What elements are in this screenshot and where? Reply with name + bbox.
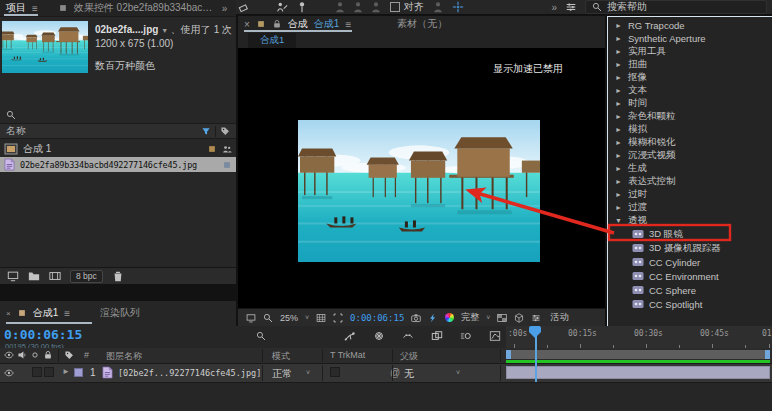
viewer-timecode[interactable]: 0:00:06:15 (350, 313, 404, 323)
fx-category[interactable]: ►表达式控制 (608, 175, 772, 188)
collapsed-triangle-icon[interactable]: ► (615, 113, 623, 120)
graph-editor-icon[interactable] (489, 330, 501, 342)
fx-category[interactable]: ►生成 (608, 162, 772, 175)
collapsed-triangle-icon[interactable]: ► (615, 204, 623, 211)
fx-category[interactable]: ►模拟 (608, 123, 772, 136)
label-tag-icon[interactable] (64, 350, 74, 360)
fx-category[interactable]: ►过时 (608, 188, 772, 201)
fx-category[interactable]: ►模糊和锐化 (608, 136, 772, 149)
mini-flowchart-icon[interactable] (344, 330, 356, 342)
expand-arrow-icon[interactable]: ► (62, 367, 70, 376)
collapsed-triangle-icon[interactable]: ► (615, 61, 623, 68)
fx-category[interactable]: ►RG Trapcode (608, 19, 772, 32)
fx-category[interactable]: ►扭曲 (608, 58, 772, 71)
audio-icon[interactable] (17, 350, 27, 360)
label-tag-icon[interactable] (220, 126, 230, 136)
project-item-composition[interactable]: 合成 1 (0, 141, 236, 156)
layer-name[interactable]: [02be2f...92277146cfe45.jpg] (118, 368, 261, 378)
lock-icon[interactable] (272, 19, 282, 29)
tab-overflow-icon[interactable]: » (222, 3, 228, 14)
fx-item[interactable]: 3D 摄像机跟踪器 (608, 241, 772, 255)
frame-blend-icon[interactable] (431, 330, 443, 342)
project-search[interactable] (0, 106, 236, 124)
blend-mode-select[interactable]: 正常 (272, 367, 292, 381)
eye-icon[interactable] (4, 350, 14, 360)
chevron-down-icon[interactable]: ▼ (161, 27, 168, 34)
align-toggle[interactable]: 对齐 (390, 0, 424, 14)
tab-footage[interactable]: 素材（无） (397, 17, 447, 31)
roto-brush-tool-icon[interactable] (276, 1, 288, 13)
fx-category[interactable]: ►杂色和颗粒 (608, 110, 772, 123)
shy-layers-icon[interactable] (402, 330, 414, 342)
timeline-search-icon[interactable] (256, 331, 266, 341)
fx-category[interactable]: ►Synthetic Aperture (608, 32, 772, 45)
new-folder-icon[interactable] (28, 270, 40, 282)
magnification-icon[interactable] (263, 313, 273, 323)
fx-item-3d-glasses[interactable]: 3D 眼镜 (608, 227, 772, 241)
fx-category-expanded[interactable]: ▼透视 (608, 214, 772, 227)
exposure-icon[interactable] (531, 313, 541, 323)
filter-funnel-icon[interactable] (201, 126, 211, 136)
expanded-triangle-icon[interactable]: ▼ (615, 217, 623, 224)
zoom-level[interactable]: 25% (280, 313, 298, 323)
playhead-handle[interactable] (529, 326, 541, 344)
collapsed-triangle-icon[interactable]: ► (615, 87, 623, 94)
chevron-down-icon[interactable]: ˅ (306, 369, 310, 376)
trkmat-toggle[interactable] (330, 367, 340, 377)
close-icon[interactable]: × (6, 309, 11, 318)
tab-render-queue[interactable]: 渲染队列 (100, 306, 140, 320)
eye-icon[interactable] (4, 368, 14, 378)
collapsed-triangle-icon[interactable]: ► (615, 100, 623, 107)
chevron-down-icon[interactable]: ˅ (486, 314, 490, 321)
layer-row[interactable]: ► 1 [02be2f...92277146cfe45.jpg] 正常 ˅ @ … (0, 364, 772, 383)
draft-3d-icon[interactable] (373, 330, 385, 342)
align-checkbox[interactable] (390, 2, 400, 12)
bit-depth-button[interactable]: 8 bpc (70, 270, 103, 283)
fx-category[interactable]: ►过渡 (608, 201, 772, 214)
mode-column-label[interactable]: 模式 (272, 350, 290, 363)
current-timecode[interactable]: 0:00:06:15 (4, 327, 82, 342)
chevron-down-icon[interactable]: ˅ (305, 314, 309, 321)
help-search-input[interactable]: 搜索帮助 (585, 0, 767, 14)
always-preview-icon[interactable] (246, 313, 256, 323)
parent-select[interactable]: 无 (404, 367, 414, 381)
resolution-select[interactable]: 完整 (461, 311, 479, 324)
interpret-footage-icon[interactable] (7, 270, 19, 282)
snapping-icon[interactable] (452, 1, 464, 13)
region-of-interest-icon[interactable] (333, 313, 343, 323)
collapsed-triangle-icon[interactable]: ► (615, 48, 623, 55)
label-color-icon[interactable] (222, 160, 232, 170)
fx-category[interactable]: ►实用工具 (608, 45, 772, 58)
project-column-header[interactable]: 名称 (0, 124, 236, 139)
tab-project[interactable]: 项目 (6, 1, 26, 15)
panel-menu-icon[interactable]: ≡ (32, 3, 38, 14)
snapshot-camera-icon[interactable] (411, 313, 421, 323)
toolbar-overflow-icon[interactable]: » (551, 2, 557, 13)
time-ruler[interactable]: :00s 00:15s 00:30s 00:45s 01:00s (506, 326, 772, 349)
chevron-down-icon[interactable]: ˅ (456, 369, 460, 376)
fx-item[interactable]: CC Spotlight (608, 297, 772, 311)
tab-effect-controls[interactable]: 效果控件 02be2fa89b334bacbd4 (74, 1, 216, 15)
viewer-stage[interactable]: 显示加速已禁用 (238, 48, 605, 308)
viewer-comp-name[interactable]: 合成1 (314, 17, 340, 31)
collapsed-triangle-icon[interactable]: ► (615, 178, 623, 185)
collapsed-triangle-icon[interactable]: ► (615, 35, 623, 42)
collapsed-triangle-icon[interactable]: ► (615, 126, 623, 133)
fx-item[interactable]: CC Environment (608, 269, 772, 283)
collapsed-triangle-icon[interactable]: ► (615, 191, 623, 198)
close-icon[interactable]: × (244, 19, 250, 30)
collapsed-triangle-icon[interactable]: ► (615, 152, 623, 159)
fx-item[interactable]: CC Sphere (608, 283, 772, 297)
eraser-tool-icon[interactable] (238, 1, 250, 13)
fx-category[interactable]: ►沉浸式视频 (608, 149, 772, 162)
layer-label-chip[interactable] (74, 368, 83, 377)
layer-name-column-label[interactable]: 图层名称 (106, 350, 142, 363)
collapsed-triangle-icon[interactable]: ► (615, 139, 623, 146)
work-area-bar[interactable] (506, 350, 770, 359)
new-composition-icon[interactable] (49, 270, 61, 282)
collapsed-triangle-icon[interactable]: ► (615, 74, 623, 81)
layer-duration-bar[interactable] (506, 366, 770, 379)
comp-breadcrumb[interactable]: 合成1 (248, 33, 296, 48)
label-color-icon[interactable] (207, 144, 217, 154)
puppet-pin-tool-icon[interactable] (296, 1, 308, 13)
